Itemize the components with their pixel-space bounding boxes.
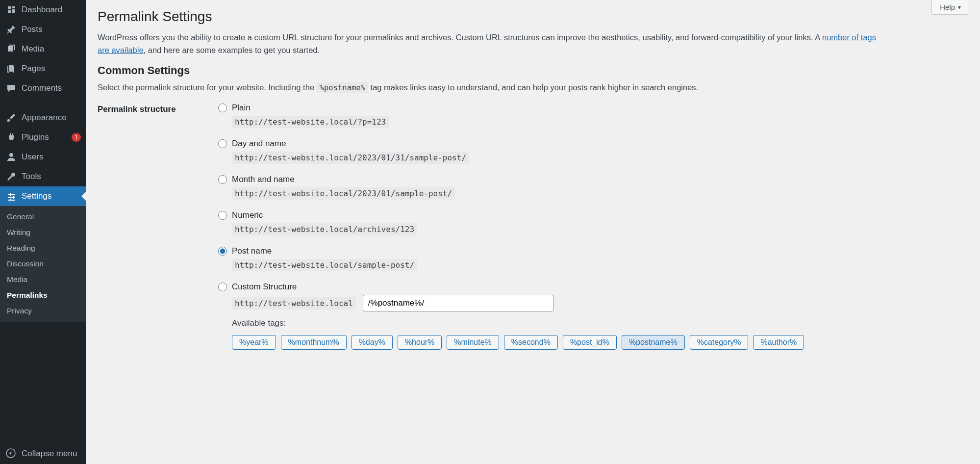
content-area: Help Permalink Settings WordPress offers… xyxy=(86,0,980,464)
page-title: Permalink Settings xyxy=(98,9,968,25)
tag-hour[interactable]: %hour% xyxy=(398,335,442,350)
sidebar-item-label: Media xyxy=(22,44,81,54)
radio-plain[interactable]: Plain xyxy=(218,103,968,113)
radio-numeric-input[interactable] xyxy=(218,211,227,220)
wrench-icon xyxy=(6,171,17,182)
comment-icon xyxy=(6,83,17,94)
radio-plain-input[interactable] xyxy=(218,103,227,112)
radio-post-name-input[interactable] xyxy=(218,247,227,256)
update-count-badge: 1 xyxy=(72,133,81,142)
available-tags-label: Available tags: xyxy=(232,318,968,328)
example-month-name: http://test-website.local/2023/01/sample… xyxy=(232,187,455,200)
admin-sidebar: Dashboard Posts Media Pages Comments xyxy=(0,0,86,464)
radio-custom-input[interactable] xyxy=(218,283,227,291)
common-settings-description: Select the permalink structure for your … xyxy=(98,83,968,92)
custom-base-url: http://test-website.local xyxy=(232,297,356,309)
sidebar-item-comments[interactable]: Comments xyxy=(0,78,86,98)
sidebar-item-label: Tools xyxy=(22,172,81,181)
sidebar-item-label: Comments xyxy=(22,83,81,93)
radio-label: Plain xyxy=(232,103,251,113)
sidebar-item-label: Plugins xyxy=(22,132,69,142)
common-settings-heading: Common Settings xyxy=(98,64,968,77)
brush-icon xyxy=(6,112,17,123)
permalink-structure-row: Permalink structure Plain http://test-we… xyxy=(98,103,968,350)
tag-category[interactable]: %category% xyxy=(690,335,749,350)
tag-day[interactable]: %day% xyxy=(352,335,393,350)
sidebar-item-posts[interactable]: Posts xyxy=(0,20,86,39)
radio-label: Post name xyxy=(232,246,272,256)
tag-year[interactable]: %year% xyxy=(232,335,276,350)
tag-author[interactable]: %author% xyxy=(753,335,804,350)
dashboard-icon xyxy=(6,4,17,15)
sidebar-item-label: Dashboard xyxy=(22,5,81,15)
settings-submenu: General Writing Reading Discussion Media… xyxy=(0,206,86,322)
media-icon xyxy=(6,44,17,54)
radio-custom-structure[interactable]: Custom Structure xyxy=(218,282,968,292)
radio-numeric[interactable]: Numeric xyxy=(218,210,968,220)
sidebar-item-appearance[interactable]: Appearance xyxy=(0,108,86,128)
sidebar-item-dashboard[interactable]: Dashboard xyxy=(0,0,86,20)
sidebar-item-tools[interactable]: Tools xyxy=(0,167,86,186)
submenu-general[interactable]: General xyxy=(0,209,86,225)
submenu-privacy[interactable]: Privacy xyxy=(0,303,86,319)
radio-month-name-input[interactable] xyxy=(218,175,227,184)
example-plain: http://test-website.local/?p=123 xyxy=(232,116,389,128)
sidebar-item-users[interactable]: Users xyxy=(0,147,86,167)
sidebar-item-label: Posts xyxy=(22,25,81,34)
radio-label: Month and name xyxy=(232,175,295,184)
radio-label: Custom Structure xyxy=(232,282,297,292)
pages-icon xyxy=(6,63,17,74)
sidebar-item-pages[interactable]: Pages xyxy=(0,59,86,78)
sliders-icon xyxy=(6,191,17,202)
example-numeric: http://test-website.local/archives/123 xyxy=(232,223,417,235)
submenu-writing[interactable]: Writing xyxy=(0,225,86,240)
plug-icon xyxy=(6,132,17,143)
postname-tag-code: %postname% xyxy=(317,82,368,93)
custom-structure-input[interactable] xyxy=(363,295,554,311)
pin-icon xyxy=(6,24,17,35)
sidebar-item-plugins[interactable]: Plugins 1 xyxy=(0,128,86,147)
radio-label: Day and name xyxy=(232,139,286,149)
sidebar-item-label: Pages xyxy=(22,64,81,74)
tag-minute[interactable]: %minute% xyxy=(447,335,499,350)
collapse-label: Collapse menu xyxy=(22,449,77,459)
svg-point-0 xyxy=(9,48,11,49)
sidebar-item-label: Appearance xyxy=(22,113,81,123)
collapse-icon xyxy=(6,448,17,459)
sidebar-item-label: Settings xyxy=(22,191,81,201)
collapse-menu-button[interactable]: Collapse menu xyxy=(0,443,86,464)
radio-post-name[interactable]: Post name xyxy=(218,246,968,256)
sidebar-item-settings[interactable]: Settings xyxy=(0,186,86,206)
radio-month-and-name[interactable]: Month and name xyxy=(218,175,968,184)
user-icon xyxy=(6,152,17,162)
available-tags-list: %year% %monthnum% %day% %hour% %minute% … xyxy=(232,335,968,350)
sidebar-item-label: Users xyxy=(22,152,81,162)
tag-second[interactable]: %second% xyxy=(504,335,558,350)
svg-point-1 xyxy=(9,153,13,157)
radio-label: Numeric xyxy=(232,210,263,220)
tag-postname[interactable]: %postname% xyxy=(622,335,685,350)
radio-day-name-input[interactable] xyxy=(218,139,227,148)
permalink-structure-label: Permalink structure xyxy=(98,103,218,350)
sidebar-item-media[interactable]: Media xyxy=(0,39,86,59)
submenu-discussion[interactable]: Discussion xyxy=(0,256,86,272)
submenu-media[interactable]: Media xyxy=(0,272,86,287)
tag-post-id[interactable]: %post_id% xyxy=(563,335,617,350)
help-tab[interactable]: Help xyxy=(931,0,968,15)
radio-day-and-name[interactable]: Day and name xyxy=(218,139,968,149)
intro-paragraph: WordPress offers you the ability to crea… xyxy=(98,31,882,56)
example-day-name: http://test-website.local/2023/01/31/sam… xyxy=(232,152,469,164)
tag-monthnum[interactable]: %monthnum% xyxy=(281,335,347,350)
submenu-permalinks[interactable]: Permalinks xyxy=(0,287,86,303)
example-post-name: http://test-website.local/sample-post/ xyxy=(232,259,417,271)
submenu-reading[interactable]: Reading xyxy=(0,240,86,256)
